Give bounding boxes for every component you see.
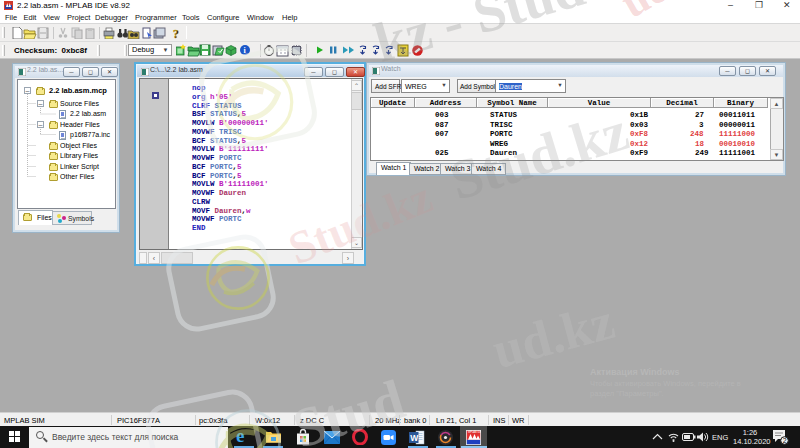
svg-text:?: ? — [173, 27, 179, 39]
svg-text:MPLAB IDE: MPLAB IDE — [468, 430, 481, 434]
svg-text:2: 2 — [783, 437, 787, 444]
svg-text:W: W — [410, 433, 419, 443]
